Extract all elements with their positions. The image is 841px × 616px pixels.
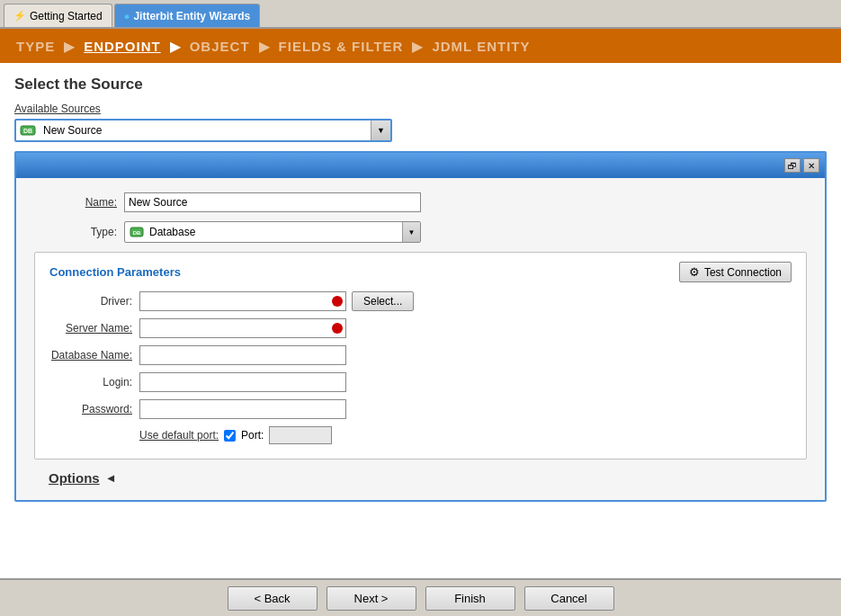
server-name-required-indicator (332, 323, 343, 334)
finish-button[interactable]: Finish (425, 586, 515, 611)
svg-text:DB: DB (133, 230, 141, 236)
step-fields-filter-label: FIELDS & FILTER (279, 39, 404, 54)
cancel-button[interactable]: Cancel (524, 586, 614, 611)
step-endpoint[interactable]: ENDPOINT (76, 39, 168, 54)
back-button[interactable]: < Back (228, 586, 318, 611)
svg-text:DB: DB (23, 128, 32, 134)
dialog-body: Name: Type: DB Database ▼ (16, 178, 825, 500)
step-fields-filter[interactable]: FIELDS & FILTER (272, 39, 411, 54)
connection-params-section: Connection Parameters ⚙ Test Connection … (34, 252, 807, 460)
database-name-row: Database Name: (49, 345, 792, 365)
tab-jitterbit-label: Jitterbit Entity Wizards (133, 10, 250, 22)
select-button[interactable]: Select... (352, 291, 414, 311)
available-sources-label: Available Sources (14, 103, 827, 115)
tab-bar: ⚡ Getting Started ● Jitterbit Entity Wiz… (0, 0, 841, 29)
password-input[interactable] (139, 399, 346, 419)
step-bar: TYPE ▶ ENDPOINT ▶ OBJECT ▶ FIELDS & FILT… (0, 29, 841, 63)
next-button[interactable]: Next > (327, 586, 416, 611)
page-title: Select the Source (14, 76, 827, 94)
dialog-title-bar: 🗗 ✕ (16, 153, 825, 178)
type-dropdown-db-icon: DB (128, 223, 146, 241)
port-input[interactable] (269, 426, 332, 444)
type-dropdown-arrow-btn[interactable]: ▼ (402, 222, 420, 242)
login-input[interactable] (139, 372, 346, 392)
close-icon: ✕ (808, 161, 815, 171)
driver-input-container (139, 291, 346, 311)
dialog-close-btn[interactable]: ✕ (803, 158, 819, 173)
step-type[interactable]: TYPE (9, 39, 62, 54)
login-label: Login: (49, 376, 139, 388)
test-connection-label: Test Connection (704, 266, 782, 279)
inner-dialog: 🗗 ✕ Name: Type: DB (14, 151, 827, 502)
step-object[interactable]: OBJECT (183, 39, 257, 54)
test-connection-button[interactable]: ⚙ Test Connection (679, 262, 792, 282)
server-name-input[interactable] (139, 318, 346, 338)
source-dropdown-source-icon: DB (18, 121, 38, 140)
test-connection-icon: ⚙ (689, 265, 700, 279)
main-content: Select the Source Available Sources DB N… (0, 63, 841, 578)
step-jdml-entity[interactable]: JDML ENTITY (425, 39, 537, 54)
type-label: Type: (34, 226, 124, 238)
tab-getting-started-label: Getting Started (30, 10, 103, 22)
restore-icon: 🗗 (788, 161, 797, 171)
login-row: Login: (49, 372, 792, 392)
name-label: Name: (34, 196, 124, 209)
driver-required-indicator (332, 296, 343, 307)
connection-params-title: Connection Parameters (49, 265, 181, 279)
source-dropdown-arrow-icon: ▼ (377, 126, 385, 135)
step-arrow-2: ▶ (170, 38, 181, 55)
type-dropdown[interactable]: DB Database ▼ (124, 221, 421, 243)
password-label: Password: (49, 403, 139, 415)
bottom-bar: < Back Next > Finish Cancel (0, 578, 841, 616)
source-dropdown-value: New Source (38, 124, 371, 137)
driver-label: Driver: (49, 295, 139, 308)
use-default-port-label: Use default port: (49, 429, 219, 442)
password-row: Password: (49, 399, 792, 419)
tab-getting-started[interactable]: ⚡ Getting Started (4, 4, 112, 27)
driver-input[interactable] (139, 291, 346, 311)
database-name-input[interactable] (139, 345, 346, 365)
driver-row: Driver: Select... (49, 291, 792, 311)
port-label: Port: (241, 429, 264, 442)
jitterbit-icon: ● (124, 11, 130, 22)
type-dropdown-arrow-icon: ▼ (408, 228, 416, 237)
options-row[interactable]: Options ◄ (34, 470, 807, 486)
dialog-restore-btn[interactable]: 🗗 (784, 158, 801, 173)
step-endpoint-label: ENDPOINT (84, 39, 161, 54)
source-dropdown-arrow-btn[interactable]: ▼ (371, 121, 390, 140)
step-arrow-4: ▶ (412, 38, 423, 55)
step-arrow-3: ▶ (259, 38, 270, 55)
type-row: Type: DB Database ▼ (34, 221, 807, 243)
type-dropdown-value: Database (146, 226, 402, 238)
options-collapse-icon: ◄ (105, 471, 117, 485)
source-dropdown[interactable]: DB New Source ▼ (14, 119, 392, 142)
use-default-port-checkbox[interactable] (224, 430, 236, 442)
server-name-row: Server Name: (49, 318, 792, 338)
tab-jitterbit-entity-wizards[interactable]: ● Jitterbit Entity Wizards (114, 4, 261, 27)
getting-started-icon: ⚡ (13, 10, 26, 22)
server-name-input-container (139, 318, 346, 338)
server-name-label: Server Name: (49, 322, 139, 335)
name-row: Name: (34, 192, 807, 212)
connection-params-header: Connection Parameters ⚙ Test Connection (49, 262, 792, 282)
database-name-label: Database Name: (49, 349, 139, 362)
step-arrow-1: ▶ (64, 38, 75, 55)
step-type-label: TYPE (16, 39, 55, 54)
step-jdml-entity-label: JDML ENTITY (432, 39, 530, 54)
default-port-row: Use default port: Port: (49, 426, 792, 444)
name-input[interactable] (124, 192, 421, 212)
options-title: Options (49, 470, 100, 486)
step-object-label: OBJECT (190, 39, 250, 54)
select-btn-label: Select... (363, 295, 402, 308)
